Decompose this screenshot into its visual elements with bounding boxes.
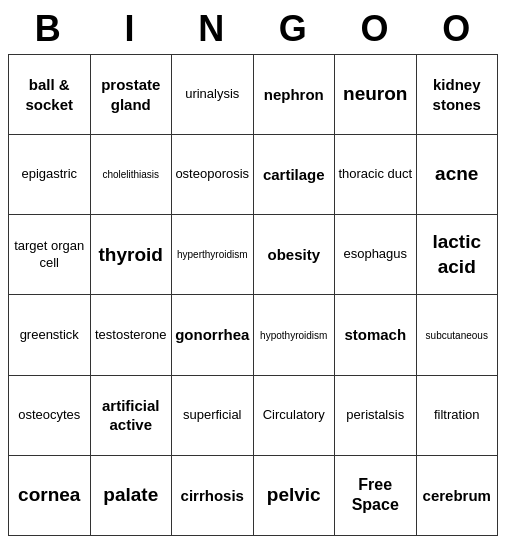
cell-r3-c2: gonorrhea (172, 295, 254, 375)
bingo-grid: ball & socketprostate glandurinalysisnep… (8, 54, 498, 536)
title-letter-o: O (335, 8, 417, 50)
cell-r3-c3: hypothyroidism (253, 295, 335, 375)
title-letter-o: O (416, 8, 498, 50)
cell-r4-c2: superficial (172, 375, 254, 455)
cell-r1-c4: thoracic duct (335, 135, 417, 215)
cell-r0-c5: kidney stones (416, 55, 498, 135)
cell-r1-c0: epigastric (9, 135, 91, 215)
cell-r5-c3: pelvic (253, 455, 335, 535)
cell-r3-c1: testosterone (90, 295, 172, 375)
title-letter-i: I (90, 8, 172, 50)
cell-r0-c4: neuron (335, 55, 417, 135)
cell-r0-c2: urinalysis (172, 55, 254, 135)
cell-r3-c4: stomach (335, 295, 417, 375)
title-letter-b: B (8, 8, 90, 50)
cell-r1-c2: osteoporosis (172, 135, 254, 215)
cell-r0-c0: ball & socket (9, 55, 91, 135)
cell-r5-c5: cerebrum (416, 455, 498, 535)
bingo-title: BINGOO (8, 8, 498, 50)
cell-r4-c4: peristalsis (335, 375, 417, 455)
cell-r2-c0: target organ cell (9, 215, 91, 295)
cell-r3-c0: greenstick (9, 295, 91, 375)
cell-r2-c3: obesity (253, 215, 335, 295)
title-letter-n: N (171, 8, 253, 50)
cell-r5-c0: cornea (9, 455, 91, 535)
cell-r4-c0: osteocytes (9, 375, 91, 455)
cell-r5-c2: cirrhosis (172, 455, 254, 535)
cell-r1-c1: cholelithiasis (90, 135, 172, 215)
cell-r0-c1: prostate gland (90, 55, 172, 135)
cell-r4-c3: Circulatory (253, 375, 335, 455)
cell-r2-c2: hyperthyroidism (172, 215, 254, 295)
cell-r1-c3: cartilage (253, 135, 335, 215)
cell-r0-c3: nephron (253, 55, 335, 135)
cell-r2-c4: esophagus (335, 215, 417, 295)
cell-r3-c5: subcutaneous (416, 295, 498, 375)
cell-r4-c1: artificial active (90, 375, 172, 455)
cell-r2-c5: lactic acid (416, 215, 498, 295)
cell-r5-c4: Free Space (335, 455, 417, 535)
cell-r1-c5: acne (416, 135, 498, 215)
title-letter-g: G (253, 8, 335, 50)
cell-r4-c5: filtration (416, 375, 498, 455)
cell-r2-c1: thyroid (90, 215, 172, 295)
cell-r5-c1: palate (90, 455, 172, 535)
